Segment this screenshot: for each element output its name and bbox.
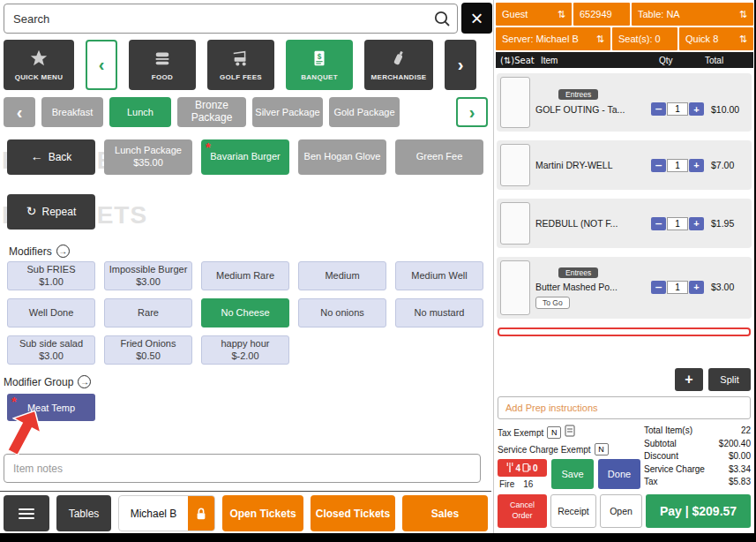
modifier-medium-well[interactable]: Medium Well	[395, 261, 483, 290]
qty-decrease-button[interactable]: −	[651, 281, 666, 294]
cancel-order-button[interactable]: Cancel Order	[498, 494, 547, 528]
register-selector[interactable]: Quick 8 ⇅	[679, 27, 753, 50]
fire-indicator[interactable]: Fire 16	[498, 479, 547, 489]
course-counts-badge[interactable]: 4 0	[498, 459, 547, 477]
pay-button[interactable]: Pay | $209.57	[646, 494, 751, 528]
qty-increase-button[interactable]: +	[689, 102, 704, 116]
lock-icon	[188, 496, 214, 531]
subcategory-gold-package[interactable]: Gold Package	[329, 97, 400, 127]
menu-item-green-fee[interactable]: Green Fee	[395, 139, 483, 175]
ticket-item[interactable]: Martini DRY-WELL − 1 + $7.00	[497, 140, 752, 190]
subcategory-breakfast[interactable]: Breakfast	[41, 97, 103, 127]
modifier-well-done[interactable]: Well Done	[7, 298, 95, 327]
hamburger-menu-button[interactable]	[4, 495, 49, 531]
service-charge-exempt-toggle[interactable]: N	[595, 443, 609, 455]
modifier-rare[interactable]: Rare	[104, 298, 192, 327]
guest-selector[interactable]: Guest ⇅	[496, 3, 572, 26]
item-total: $10.00	[707, 104, 748, 115]
seat-box[interactable]	[500, 77, 530, 128]
split-button[interactable]: Split	[708, 368, 751, 391]
sales-button[interactable]: Sales	[402, 495, 488, 531]
subcategories-scroll-right-button[interactable]: ›	[456, 97, 488, 127]
done-button[interactable]: Done	[598, 459, 640, 489]
category-banquet[interactable]: $ BANQUET	[286, 40, 353, 90]
seat-box[interactable]	[500, 144, 530, 186]
modifier-no-onions[interactable]: No onions	[298, 298, 386, 327]
item-name: Martini DRY-WELL	[535, 160, 647, 170]
seats-indicator[interactable]: Seat(s): 0	[612, 27, 677, 50]
modifier-fried-onions[interactable]: Fried Onions$0.50	[104, 335, 192, 365]
ticket-item[interactable]: Entrees Butter Mashed Po... − 1 + $3.00 …	[497, 257, 752, 319]
menu-item-label: Lunch Package	[115, 145, 182, 157]
modifier-medium-rare[interactable]: Medium Rare	[201, 261, 289, 290]
seat-box[interactable]	[500, 260, 530, 315]
server-selector[interactable]: Server: Michael B ⇅	[496, 27, 610, 50]
qty-decrease-button[interactable]: −	[651, 102, 666, 116]
to-go-tag[interactable]: To Go	[535, 297, 570, 309]
qty-decrease-button[interactable]: −	[651, 217, 666, 230]
tax-exempt-label: Tax Exempt	[498, 428, 543, 438]
total-items-value: 22	[741, 425, 751, 438]
chevron-right-icon: ›	[469, 102, 475, 123]
subcategory-bronze-package[interactable]: Bronze Package	[177, 97, 246, 127]
close-button[interactable]: ×	[461, 3, 492, 34]
menu-item-ben-hogan-glove[interactable]: Ben Hogan Glove	[298, 139, 386, 175]
menu-item-bavarian-burger[interactable]: * Bavarian Burger	[201, 139, 289, 175]
ticket-panel: Guest ⇅ 652949 Table: NA ⇅ Server: Micha…	[493, 0, 754, 533]
back-button[interactable]: ← Back	[7, 139, 95, 175]
ticket-item-partial[interactable]	[498, 327, 751, 336]
seat-box[interactable]	[500, 202, 530, 245]
open-tickets-button[interactable]: Open Tickets	[222, 495, 303, 531]
subcategory-silver-package[interactable]: Silver Package	[252, 97, 323, 127]
item-total: $1.95	[707, 218, 748, 229]
qty-increase-button[interactable]: +	[689, 281, 704, 294]
arrow-right-icon: →	[56, 245, 70, 258]
category-food[interactable]: FOOD	[129, 40, 196, 90]
subcategory-bar: ‹ Breakfast Lunch Bronze Package Silver …	[4, 97, 488, 127]
column-seat[interactable]: (⇅)Seat	[500, 56, 541, 65]
save-button[interactable]: Save	[551, 459, 594, 489]
table-selector[interactable]: Table: NA ⇅	[632, 3, 753, 26]
closed-tickets-button[interactable]: Closed Tickets	[311, 495, 395, 531]
payment-actions: Cancel Order Receipt Open Pay | $209.57	[494, 489, 754, 528]
qty-decrease-button[interactable]: −	[651, 159, 666, 172]
item-total: $3.00	[707, 282, 748, 292]
repeat-button[interactable]: ↻ Repeat	[7, 194, 95, 230]
receipt-doc-icon	[565, 425, 575, 440]
categories-scroll-left-button[interactable]: ‹	[86, 40, 117, 90]
category-golf-fees[interactable]: GOLF FEES	[207, 40, 274, 90]
tables-button[interactable]: Tables	[56, 495, 111, 531]
modifier-no-cheese[interactable]: No Cheese	[201, 298, 289, 327]
modifier-medium[interactable]: Medium	[298, 261, 386, 290]
qty-increase-button[interactable]: +	[689, 159, 704, 172]
category-label: GOLF FEES	[220, 73, 262, 81]
category-merchandise[interactable]: MERCHANDISE	[364, 40, 433, 90]
subcategory-lunch[interactable]: Lunch	[109, 97, 171, 127]
modifier-no-mustard[interactable]: No mustard	[395, 298, 483, 327]
modifier-happy-hour[interactable]: happy hour$-2.00	[201, 335, 289, 365]
tax-value: $5.83	[729, 476, 751, 489]
item-notes-input[interactable]	[4, 454, 481, 483]
modifier-impossible-burger[interactable]: Impossible Burger$3.00	[104, 261, 192, 290]
categories-scroll-right-button[interactable]: ›	[445, 40, 476, 90]
menu-item-lunch-package[interactable]: Lunch Package $35.00	[104, 139, 192, 175]
ticket-item[interactable]: REDBULL (NOT F... − 1 + $1.95	[497, 199, 752, 248]
menu-item-label: Green Fee	[416, 151, 463, 163]
user-button[interactable]: Michael B	[118, 495, 215, 531]
modifier-group-meat-temp[interactable]: * Meat Temp	[7, 394, 95, 421]
modifier-sub-side-salad[interactable]: Sub side salad$3.00	[7, 335, 95, 365]
add-item-button[interactable]: +	[675, 368, 703, 391]
receipt-button[interactable]: Receipt	[550, 494, 596, 528]
modifier-grid: Sub FRIES$1.00 Impossible Burger$3.00 Me…	[7, 261, 483, 365]
search-input[interactable]	[4, 4, 458, 34]
prep-instructions-input[interactable]	[498, 396, 751, 419]
ticket-item[interactable]: Entrees GOLF OUTING - Ta... − 1 + $10.00	[497, 73, 752, 132]
tax-exempt-toggle[interactable]: N	[547, 426, 561, 439]
subcategories-scroll-left-button[interactable]: ‹	[4, 97, 35, 127]
course-badge: Entrees	[558, 267, 598, 278]
category-quick-menu[interactable]: QUICK MENU	[4, 40, 74, 90]
ticket-item-list[interactable]: Entrees GOLF OUTING - Ta... − 1 + $10.00	[494, 68, 754, 366]
qty-increase-button[interactable]: +	[689, 217, 704, 230]
open-button[interactable]: Open	[600, 494, 642, 528]
modifier-sub-fries[interactable]: Sub FRIES$1.00	[7, 261, 95, 290]
